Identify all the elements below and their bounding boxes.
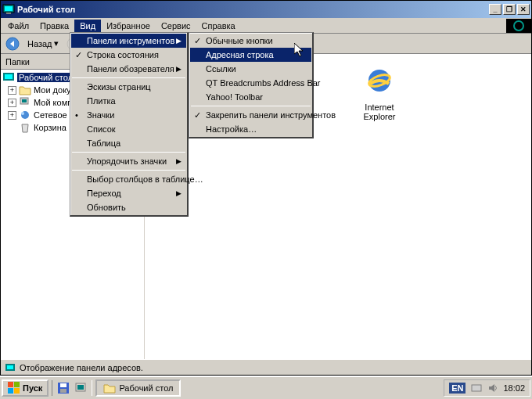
view-menu-dropdown: Панели инструментов▶ ✓Строка состояния П… [70,32,189,217]
svg-rect-14 [7,365,13,369]
maximize-button[interactable]: ❐ [503,4,516,15]
svg-rect-6 [5,74,13,79]
menu-item-refresh[interactable]: Обновить [71,200,186,214]
back-label: Назад [27,39,52,49]
statusbar: Отображение панели адресов. [1,359,531,375]
submenu-item-lock-toolbars[interactable]: ✓Закрепить панели инструментов [190,108,311,122]
ql-show-desktop-icon[interactable] [73,380,88,396]
tree-label: Сетевое о [34,110,74,120]
menu-edit[interactable]: Правка [34,20,74,32]
menu-tools[interactable]: Сервис [156,20,196,32]
chevron-down-icon: ▾ [54,38,59,49]
back-icon[interactable] [4,35,21,52]
internet-explorer-icon [361,62,398,99]
expand-icon[interactable]: + [8,111,16,120]
window-title: Рабочий стол [17,5,487,14]
computer-icon [19,97,31,108]
check-icon: ✓ [194,110,201,120]
icon-label: Internet Explorer [348,102,411,121]
submenu-item-address-bar[interactable]: Адресная строка [190,48,311,62]
titlebar[interactable]: Рабочий стол _ ❐ ✕ [1,1,531,18]
icon-internet-explorer[interactable]: Internet Explorer [348,62,411,121]
check-icon: ✓ [194,36,201,46]
toolbars-submenu: ✓Обычные кнопки Адресная строка Ссылки Q… [189,32,314,138]
status-icon [4,362,16,373]
menu-help[interactable]: Справка [196,20,241,32]
menu-item-toolbars[interactable]: Панели инструментов▶ [71,34,186,48]
menu-item-statusbar[interactable]: ✓Строка состояния [71,48,186,62]
menubar: Файл Правка Вид Избранное Сервис Справка [1,18,531,34]
menu-item-explorer-bars[interactable]: Панели обозревателя▶ [71,62,186,76]
svg-point-10 [21,112,24,115]
svg-rect-2 [6,13,11,14]
tree-label: Рабочий стол [17,73,74,82]
status-text: Отображение панели адресов. [20,363,143,372]
menu-view[interactable]: Вид [74,20,101,32]
task-label: Рабочий стол [119,383,173,393]
separator [191,106,311,106]
menu-file[interactable]: Файл [2,20,34,32]
svg-rect-18 [14,388,20,394]
submenu-item-qt-breadcrumbs[interactable]: QT Breadcrumbs Address Bar [190,76,311,90]
language-indicator[interactable]: EN [449,383,466,394]
svg-rect-17 [8,388,13,394]
menu-item-goto[interactable]: Переход▶ [71,186,186,200]
start-button[interactable]: Пуск [2,379,49,397]
folder-icon [19,84,31,95]
desktop-icon [2,3,15,16]
menu-favorites[interactable]: Избранное [101,20,156,32]
back-button[interactable]: Назад ▾ [24,38,62,49]
svg-rect-8 [22,99,27,102]
close-button[interactable]: ✕ [517,4,530,15]
windows-logo-icon [8,382,20,394]
folder-icon [103,383,116,394]
submenu-arrow-icon: ▶ [176,157,182,165]
submenu-arrow-icon: ▶ [176,65,182,73]
separator [72,77,185,78]
submenu-arrow-icon: ▶ [176,189,182,197]
expand-icon[interactable]: + [8,99,16,107]
expand-icon[interactable]: + [8,86,16,95]
submenu-item-yahoo-toolbar[interactable]: Yahoo! Toolbar [190,90,311,104]
tree-label: Корзина [34,123,66,132]
clock[interactable]: 18:02 [503,383,525,393]
bullet-icon: • [75,110,78,120]
submenu-item-customize[interactable]: Настройка… [190,122,311,136]
menu-item-choose-columns[interactable]: Выбор столбцов в таблице… [71,172,186,186]
start-label: Пуск [23,383,42,393]
network-icon [19,110,31,120]
throbber-icon [506,19,531,33]
separator [72,170,185,171]
volume-icon[interactable] [487,383,498,394]
tray-icon[interactable] [470,382,483,394]
svg-rect-20 [60,383,66,387]
recycle-bin-icon [19,122,31,133]
sidebar-title: Папки [5,57,30,66]
separator [72,152,185,153]
minimize-button[interactable]: _ [489,4,501,15]
menu-item-icons[interactable]: •Значки [71,108,186,122]
svg-rect-23 [77,385,84,390]
desktop-icon [2,72,15,83]
check-icon: ✓ [75,50,82,60]
submenu-arrow-icon: ▶ [176,37,182,45]
ql-save-icon[interactable] [56,380,71,396]
menu-item-tiles[interactable]: Плитка [71,94,186,108]
system-tray: EN 18:02 [444,379,530,397]
quick-launch [52,380,92,396]
menu-item-details[interactable]: Таблица [71,136,186,150]
submenu-item-links[interactable]: Ссылки [190,62,311,76]
menu-item-thumbnails[interactable]: Эскизы страниц [71,80,186,94]
menu-item-list[interactable]: Список [71,122,186,136]
taskbar: Пуск Рабочий стол EN 18:02 [0,376,532,399]
taskbar-task-button[interactable]: Рабочий стол [95,379,181,397]
svg-rect-15 [8,382,13,387]
svg-rect-21 [60,389,66,393]
menu-item-arrange-icons[interactable]: Упорядочить значки▶ [71,154,186,168]
svg-rect-16 [14,382,20,387]
submenu-item-standard-buttons[interactable]: ✓Обычные кнопки [190,34,311,48]
svg-rect-24 [472,385,481,391]
svg-rect-1 [5,6,13,11]
